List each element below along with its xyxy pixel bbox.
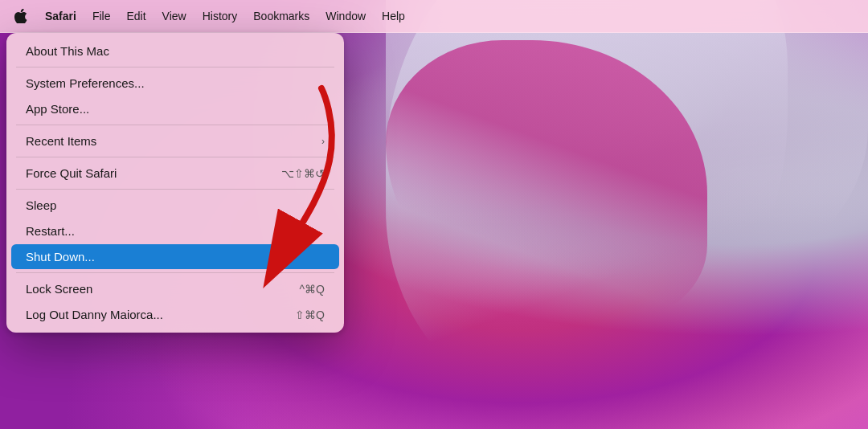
menu-item-label: Recent Items bbox=[26, 134, 96, 148]
menubar-item-view[interactable]: View bbox=[154, 0, 194, 33]
menu-separator bbox=[16, 272, 334, 273]
menubar-item-history[interactable]: History bbox=[194, 0, 246, 33]
menubar: SafariFileEditViewHistoryBookmarksWindow… bbox=[0, 0, 868, 33]
menu-item-force-quit[interactable]: Force Quit Safari⌥⇧⌘↺ bbox=[11, 161, 339, 186]
menubar-item-bookmarks[interactable]: Bookmarks bbox=[245, 0, 317, 33]
menu-item-sleep[interactable]: Sleep bbox=[11, 193, 339, 218]
apple-menu-dropdown: About This MacSystem Preferences...App S… bbox=[6, 33, 344, 333]
menubar-item-edit[interactable]: Edit bbox=[118, 0, 154, 33]
menu-item-shutdown[interactable]: Shut Down... bbox=[11, 244, 339, 269]
menu-item-restart[interactable]: Restart... bbox=[11, 219, 339, 243]
apple-menu-button[interactable] bbox=[10, 0, 32, 33]
menubar-item-safari[interactable]: Safari bbox=[37, 0, 84, 33]
menu-item-recent-items[interactable]: Recent Items› bbox=[11, 129, 339, 153]
menu-item-label: Sleep bbox=[26, 198, 56, 212]
submenu-chevron-icon: › bbox=[321, 136, 325, 147]
menu-item-label: Force Quit Safari bbox=[26, 166, 117, 180]
menu-item-about[interactable]: About This Mac bbox=[11, 39, 339, 63]
menu-item-label: System Preferences... bbox=[26, 76, 145, 90]
menu-separator bbox=[16, 157, 334, 157]
menu-item-label: Lock Screen bbox=[26, 282, 92, 296]
menu-item-label: About This Mac bbox=[26, 44, 109, 58]
menu-separator bbox=[16, 67, 334, 67]
menu-item-shortcut: ⌥⇧⌘↺ bbox=[281, 167, 325, 180]
menu-separator bbox=[16, 189, 334, 190]
menu-item-label: Log Out Danny Maiorca... bbox=[26, 308, 163, 321]
menu-item-label: Shut Down... bbox=[26, 250, 95, 264]
menu-separator bbox=[16, 125, 334, 125]
menu-item-label: Restart... bbox=[26, 224, 75, 238]
menu-item-logout[interactable]: Log Out Danny Maiorca...⇧⌘Q bbox=[11, 302, 339, 327]
menu-item-shortcut: ^⌘Q bbox=[300, 283, 325, 296]
menubar-item-window[interactable]: Window bbox=[317, 0, 374, 33]
menu-item-app-store[interactable]: App Store... bbox=[11, 96, 339, 121]
menu-item-system-prefs[interactable]: System Preferences... bbox=[11, 71, 339, 96]
menu-item-label: App Store... bbox=[26, 102, 89, 116]
menubar-items: SafariFileEditViewHistoryBookmarksWindow… bbox=[37, 0, 413, 33]
menubar-item-help[interactable]: Help bbox=[374, 0, 413, 33]
menu-item-lock-screen[interactable]: Lock Screen^⌘Q bbox=[11, 276, 339, 301]
menu-item-shortcut: ⇧⌘Q bbox=[295, 308, 325, 321]
menubar-item-file[interactable]: File bbox=[84, 0, 119, 33]
